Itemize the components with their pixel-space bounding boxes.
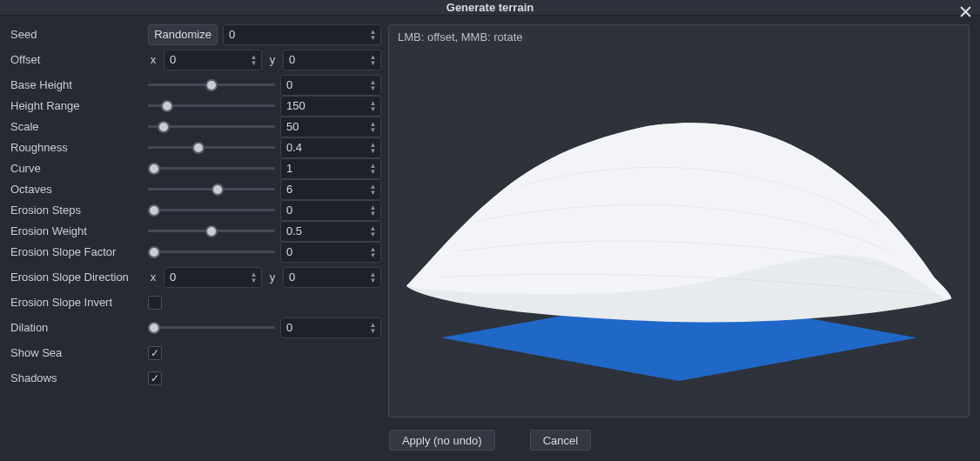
spinner-icon[interactable]: ▲▼ xyxy=(368,204,380,217)
randomize-button[interactable]: Randomize xyxy=(148,24,218,45)
row-curve: Curve1▲▼ xyxy=(10,158,381,179)
x-label: x xyxy=(148,53,158,66)
row-erosion-slope-direction: Erosion Slope Direction x 0 ▲▼ y 0 ▲▼ xyxy=(10,267,381,288)
offset-x-input[interactable]: 0 ▲▼ xyxy=(164,50,262,70)
titlebar: Generate terrain xyxy=(0,0,980,16)
spinner-icon[interactable]: ▲▼ xyxy=(368,100,380,112)
label-erosion-slope-factor: Erosion Slope Factor xyxy=(10,245,148,258)
row-erosion-steps: Erosion Steps0▲▼ xyxy=(10,200,381,221)
height-range-slider[interactable] xyxy=(148,97,275,115)
roughness-slider[interactable] xyxy=(148,139,275,157)
row-erosion-weight: Erosion Weight0.5▲▼ xyxy=(10,221,381,242)
row-octaves: Octaves6▲▼ xyxy=(10,179,381,200)
row-height-range: Height Range150▲▼ xyxy=(10,96,381,117)
dilation-input[interactable]: 0 ▲▼ xyxy=(280,317,381,338)
spinner-icon[interactable]: ▲▼ xyxy=(368,225,380,237)
dilation-slider[interactable] xyxy=(148,319,275,337)
y-label: y xyxy=(267,53,278,66)
curve-input[interactable]: 1▲▼ xyxy=(280,158,381,179)
roughness-input[interactable]: 0.4▲▼ xyxy=(280,137,381,158)
main-area: Seed Randomize 0 ▲▼ Offset x xyxy=(10,24,970,418)
label-erosion-weight: Erosion Weight xyxy=(10,224,148,237)
erosion-slope-direction-x-input[interactable]: 0 ▲▼ xyxy=(164,267,262,288)
settings-panel: Seed Randomize 0 ▲▼ Offset x xyxy=(10,24,381,418)
dialog-title: Generate terrain xyxy=(446,1,534,14)
spinner-icon[interactable]: ▲▼ xyxy=(368,184,380,196)
row-dilation: Dilation 0 ▲▼ xyxy=(10,317,381,338)
row-seed: Seed Randomize 0 ▲▼ xyxy=(10,24,381,45)
shadows-checkbox[interactable] xyxy=(148,371,162,385)
offset-y-input[interactable]: 0 ▲▼ xyxy=(283,50,381,70)
label-dilation: Dilation xyxy=(10,321,148,334)
label-erosion-slope-invert: Erosion Slope Invert xyxy=(10,296,148,309)
show-sea-checkbox[interactable] xyxy=(148,346,162,360)
erosion-slope-factor-input[interactable]: 0▲▼ xyxy=(280,242,381,263)
spinner-icon[interactable]: ▲▼ xyxy=(368,163,380,175)
erosion-weight-slider[interactable] xyxy=(148,223,275,240)
spinner-icon[interactable]: ▲▼ xyxy=(249,54,261,66)
scale-input[interactable]: 50▲▼ xyxy=(280,117,381,137)
label-octaves: Octaves xyxy=(10,183,148,196)
spinner-icon[interactable]: ▲▼ xyxy=(368,29,380,41)
label-offset: Offset xyxy=(10,53,148,66)
terrain-preview[interactable]: LMB: offset, MMB: rotate xyxy=(388,24,970,418)
curve-slider[interactable] xyxy=(148,160,275,177)
terrain-render xyxy=(389,25,969,417)
x-label: x xyxy=(148,271,158,284)
erosion-slope-factor-slider[interactable] xyxy=(148,244,275,261)
height-range-input[interactable]: 150▲▼ xyxy=(280,96,381,117)
label-curve: Curve xyxy=(10,162,148,175)
label-erosion-steps: Erosion Steps xyxy=(10,204,148,217)
scale-slider[interactable] xyxy=(148,118,275,136)
spinner-icon[interactable]: ▲▼ xyxy=(249,271,261,284)
spinner-icon[interactable]: ▲▼ xyxy=(368,142,380,154)
generate-terrain-dialog: Generate terrain Seed Randomize 0 ▲▼ xyxy=(0,0,980,461)
dialog-body: Seed Randomize 0 ▲▼ Offset x xyxy=(0,16,980,461)
erosion-slope-direction-y-input[interactable]: 0 ▲▼ xyxy=(283,267,381,288)
row-show-sea: Show Sea xyxy=(10,343,381,364)
label-roughness: Roughness xyxy=(10,141,148,154)
spinner-icon[interactable]: ▲▼ xyxy=(368,271,380,284)
cancel-button[interactable]: Cancel xyxy=(530,430,591,451)
erosion-slope-invert-checkbox[interactable] xyxy=(148,296,162,310)
close-icon[interactable] xyxy=(957,3,973,19)
spinner-icon[interactable]: ▲▼ xyxy=(368,246,380,258)
row-roughness: Roughness0.4▲▼ xyxy=(10,137,381,158)
spinner-icon[interactable]: ▲▼ xyxy=(368,121,380,133)
row-scale: Scale50▲▼ xyxy=(10,117,381,137)
erosion-steps-input[interactable]: 0▲▼ xyxy=(280,200,381,221)
erosion-weight-input[interactable]: 0.5▲▼ xyxy=(280,221,381,242)
octaves-input[interactable]: 6▲▼ xyxy=(280,179,381,200)
octaves-slider[interactable] xyxy=(148,181,275,198)
spinner-icon[interactable]: ▲▼ xyxy=(368,322,380,334)
row-shadows: Shadows xyxy=(10,368,381,389)
spinner-icon[interactable]: ▲▼ xyxy=(368,54,380,66)
label-show-sea: Show Sea xyxy=(10,346,148,359)
seed-input[interactable]: 0 ▲▼ xyxy=(223,24,381,45)
row-base-height: Base Height0▲▼ xyxy=(10,75,381,96)
spinner-icon[interactable]: ▲▼ xyxy=(368,79,380,91)
row-erosion-slope-invert: Erosion Slope Invert xyxy=(10,292,381,313)
base-height-slider[interactable] xyxy=(148,77,275,94)
preview-hint: LMB: offset, MMB: rotate xyxy=(398,30,523,43)
dialog-footer: Apply (no undo) Cancel xyxy=(10,418,970,454)
label-scale: Scale xyxy=(10,120,148,133)
label-height-range: Height Range xyxy=(10,99,148,112)
label-erosion-slope-direction: Erosion Slope Direction xyxy=(10,271,148,284)
label-base-height: Base Height xyxy=(10,78,148,91)
row-erosion-slope-factor: Erosion Slope Factor0▲▼ xyxy=(10,242,381,263)
label-seed: Seed xyxy=(10,28,148,41)
y-label: y xyxy=(267,271,278,284)
erosion-steps-slider[interactable] xyxy=(148,202,275,219)
base-height-input[interactable]: 0▲▼ xyxy=(280,75,381,96)
apply-button[interactable]: Apply (no undo) xyxy=(389,430,495,451)
label-shadows: Shadows xyxy=(10,371,148,384)
row-offset: Offset x 0 ▲▼ y 0 ▲▼ xyxy=(10,50,381,70)
